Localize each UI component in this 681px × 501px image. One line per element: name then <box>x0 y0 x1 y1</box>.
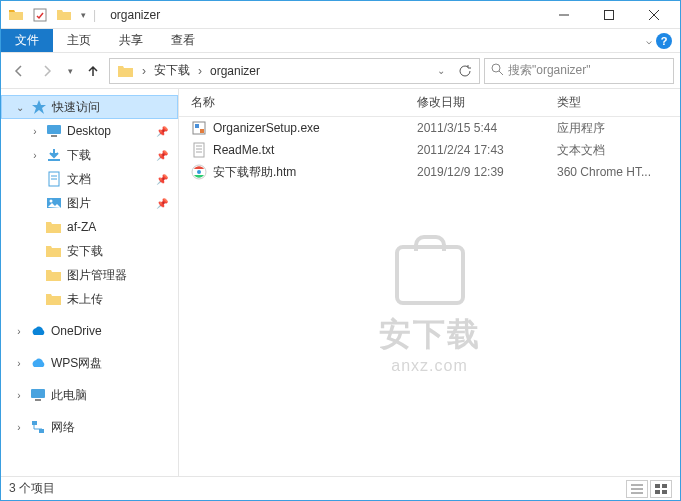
download-icon <box>45 146 63 164</box>
pin-icon: 📌 <box>156 198 168 209</box>
sidebar-item-desktop[interactable]: › Desktop 📌 <box>1 119 178 143</box>
svg-rect-33 <box>662 490 667 494</box>
sidebar-label: 快速访问 <box>52 99 100 116</box>
sidebar-item-onedrive[interactable]: › OneDrive <box>1 319 178 343</box>
folder-yellow-icon[interactable] <box>53 4 75 26</box>
address-bar[interactable]: › 安下载 › organizer ⌄ <box>109 58 480 84</box>
forward-button[interactable] <box>35 59 59 83</box>
breadcrumb-item[interactable]: 安下载 <box>148 59 196 83</box>
svg-rect-16 <box>32 421 37 425</box>
breadcrumb-root-icon[interactable] <box>112 59 140 83</box>
file-row[interactable]: OrganizerSetup.exe 2011/3/15 5:44 应用程序 <box>179 117 680 139</box>
content-area: ⌄ 快速访问 › Desktop 📌 › 下载 📌 文档 📌 图片 📌 <box>1 89 680 476</box>
svg-point-5 <box>492 64 500 72</box>
svg-rect-20 <box>200 129 204 133</box>
file-name: 安下载帮助.htm <box>213 164 296 181</box>
folder-icon <box>5 4 27 26</box>
titlebar: ▾ | organizer <box>1 1 680 29</box>
svg-rect-31 <box>662 484 667 488</box>
sidebar-item-documents[interactable]: 文档 📌 <box>1 167 178 191</box>
chevron-down-icon[interactable]: ⌄ <box>14 102 26 113</box>
details-view-button[interactable] <box>626 480 648 498</box>
svg-line-6 <box>499 71 503 75</box>
chevron-right-icon[interactable]: › <box>29 150 41 161</box>
refresh-button[interactable] <box>453 59 477 83</box>
search-input[interactable]: 搜索"organizer" <box>484 58 674 84</box>
sidebar-item-picmgr[interactable]: 图片管理器 <box>1 263 178 287</box>
tab-view[interactable]: 查看 <box>157 29 209 52</box>
svg-point-13 <box>50 200 53 203</box>
svg-rect-7 <box>47 125 61 134</box>
file-list[interactable]: OrganizerSetup.exe 2011/3/15 5:44 应用程序 R… <box>179 117 680 476</box>
sidebar-item-downloads[interactable]: › 下载 📌 <box>1 143 178 167</box>
sidebar-item-anxiazai[interactable]: 安下载 <box>1 239 178 263</box>
onedrive-icon <box>29 322 47 340</box>
pin-icon: 📌 <box>156 174 168 185</box>
column-type[interactable]: 类型 <box>549 94 680 111</box>
maximize-button[interactable] <box>586 1 631 29</box>
chevron-right-icon[interactable]: › <box>196 64 204 78</box>
icons-view-button[interactable] <box>650 480 672 498</box>
file-row[interactable]: 安下载帮助.htm 2019/12/9 12:39 360 Chrome HT.… <box>179 161 680 183</box>
chevron-right-icon[interactable]: › <box>13 422 25 433</box>
close-button[interactable] <box>631 1 676 29</box>
sidebar-item-quick-access[interactable]: ⌄ 快速访问 <box>1 95 178 119</box>
recent-dropdown[interactable]: ▾ <box>63 59 77 83</box>
window-title: organizer <box>110 8 160 22</box>
qat-dropdown-icon[interactable]: ▾ <box>77 4 89 26</box>
sidebar-item-thispc[interactable]: › 此电脑 <box>1 383 178 407</box>
exe-icon <box>191 120 207 136</box>
back-button[interactable] <box>7 59 31 83</box>
help-icon[interactable]: ? <box>656 33 672 49</box>
svg-rect-2 <box>604 10 613 19</box>
item-count: 3 个项目 <box>9 480 55 497</box>
file-name: OrganizerSetup.exe <box>213 121 320 135</box>
file-type: 360 Chrome HT... <box>549 165 680 179</box>
minimize-button[interactable] <box>541 1 586 29</box>
tab-home[interactable]: 主页 <box>53 29 105 52</box>
sidebar-label: 图片 <box>67 195 91 212</box>
htm-icon <box>191 164 207 180</box>
file-type: 文本文档 <box>549 142 680 159</box>
file-type: 应用程序 <box>549 120 680 137</box>
svg-rect-0 <box>34 9 46 21</box>
pin-icon: 📌 <box>156 150 168 161</box>
sidebar-label: WPS网盘 <box>51 355 102 372</box>
sidebar-item-wps[interactable]: › WPS网盘 <box>1 351 178 375</box>
chevron-right-icon[interactable]: › <box>13 326 25 337</box>
sidebar-label: 网络 <box>51 419 75 436</box>
sidebar-item-notuploaded[interactable]: 未上传 <box>1 287 178 311</box>
search-placeholder: 搜索"organizer" <box>508 62 591 79</box>
watermark: 安下载 anxz.com <box>379 245 481 375</box>
sidebar-item-afza[interactable]: af-ZA <box>1 215 178 239</box>
window-controls <box>541 1 676 29</box>
sidebar-item-network[interactable]: › 网络 <box>1 415 178 439</box>
navigation-pane: ⌄ 快速访问 › Desktop 📌 › 下载 📌 文档 📌 图片 📌 <box>1 89 179 476</box>
document-icon <box>45 170 63 188</box>
sidebar-label: 此电脑 <box>51 387 87 404</box>
chevron-right-icon[interactable]: › <box>13 390 25 401</box>
file-row[interactable]: ReadMe.txt 2011/2/24 17:43 文本文档 <box>179 139 680 161</box>
svg-rect-32 <box>655 490 660 494</box>
tab-file[interactable]: 文件 <box>1 29 53 52</box>
chevron-right-icon[interactable]: › <box>140 64 148 78</box>
column-headers: 名称 修改日期 类型 <box>179 89 680 117</box>
file-date: 2019/12/9 12:39 <box>409 165 549 179</box>
column-date[interactable]: 修改日期 <box>409 94 549 111</box>
tab-share[interactable]: 共享 <box>105 29 157 52</box>
ribbon-tabs: 文件 主页 共享 查看 ⌵ ? <box>1 29 680 53</box>
up-button[interactable] <box>81 59 105 83</box>
ribbon-expand-icon[interactable]: ⌵ <box>646 35 652 46</box>
address-dropdown[interactable]: ⌄ <box>429 59 453 83</box>
navigation-bar: ▾ › 安下载 › organizer ⌄ 搜索"organizer" <box>1 53 680 89</box>
chevron-right-icon[interactable]: › <box>13 358 25 369</box>
sidebar-item-pictures[interactable]: 图片 📌 <box>1 191 178 215</box>
status-bar: 3 个项目 <box>1 476 680 500</box>
chevron-right-icon[interactable]: › <box>29 126 41 137</box>
pin-icon: 📌 <box>156 126 168 137</box>
properties-icon[interactable] <box>29 4 51 26</box>
svg-rect-14 <box>31 389 45 398</box>
column-name[interactable]: 名称 <box>179 94 409 111</box>
folder-icon <box>45 266 63 284</box>
breadcrumb-item[interactable]: organizer <box>204 59 266 83</box>
